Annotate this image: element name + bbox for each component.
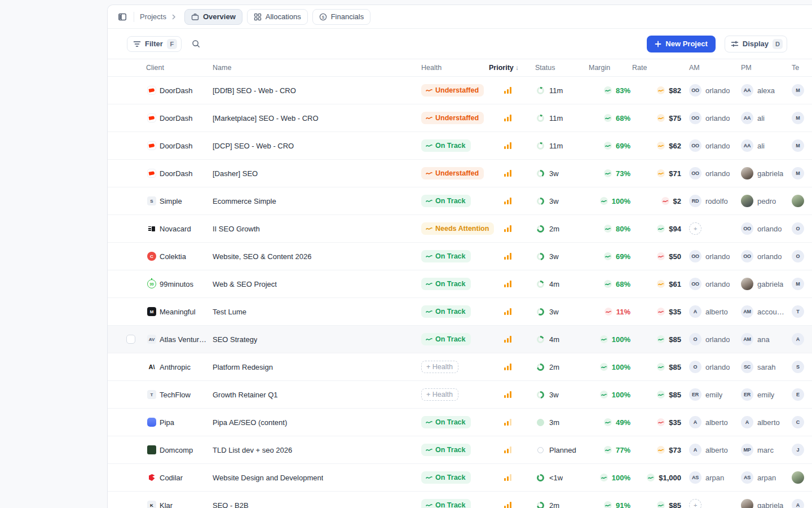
health-badge[interactable]: On Track [421,471,471,484]
pm-cell[interactable]: MP marc [735,444,787,456]
pm-cell[interactable]: SC sarah [735,361,787,373]
table-row[interactable]: C Colektia Website, SEO & Content 2026 O… [108,243,812,270]
te-cell[interactable] [787,195,812,207]
new-project-button[interactable]: New Project [647,36,715,52]
priority-bars-icon[interactable] [504,336,511,343]
pm-cell[interactable]: AM accoun… [735,305,787,318]
health-badge[interactable]: On Track [421,444,471,456]
display-button[interactable]: Display D [725,36,787,52]
pm-cell[interactable]: AA ali [735,112,787,124]
te-cell[interactable]: O [787,250,812,262]
table-row[interactable]: AV Atlas Ventur… SEO Strategy On Track 4… [108,326,812,353]
pm-cell[interactable]: gabriela [735,278,787,290]
priority-bars-icon[interactable] [504,142,511,149]
health-badge[interactable]: Understaffed [421,84,484,97]
am-cell[interactable]: RD rodolfo [681,195,735,207]
te-cell[interactable]: S [787,361,812,373]
am-cell[interactable]: OO orlando [681,112,735,124]
health-badge[interactable]: On Track [421,333,471,345]
health-badge[interactable]: Understaffed [421,112,484,124]
te-cell[interactable]: M [787,139,812,152]
am-cell[interactable]: A alberto [681,416,735,428]
am-cell[interactable]: OO orlando [681,167,735,179]
table-row[interactable]: T TechFlow Growth Retainer Q1 + Health 3… [108,381,812,409]
table-row[interactable]: DoorDash [DDfB] SEO - Web - CRO Understa… [108,77,812,104]
te-cell[interactable]: M [787,84,812,97]
table-row[interactable]: DoorDash [Marketplace] SEO - Web - CRO U… [108,104,812,132]
am-cell[interactable]: O orlando [681,333,735,345]
am-cell[interactable]: OO orlando [681,84,735,97]
column-header-te[interactable]: Te [787,64,812,72]
table-row[interactable]: Codilar Website Design and Development O… [108,464,812,492]
priority-bars-icon[interactable] [504,391,511,398]
health-badge[interactable]: On Track [421,305,471,318]
te-cell[interactable]: A [787,499,812,508]
sidebar-toggle-button[interactable] [114,9,130,25]
priority-bars-icon[interactable] [504,225,511,232]
table-row[interactable]: S Simple Ecommerce Simple On Track 3w [108,187,812,215]
pm-cell[interactable]: gabriela [735,499,787,508]
column-header-am[interactable]: AM [681,64,735,72]
table-row[interactable]: DoorDash [Dasher] SEO Understaffed 3w [108,160,812,187]
column-header-priority[interactable]: Priority ↓ [489,64,535,72]
am-cell[interactable]: + [681,499,735,508]
health-badge[interactable]: On Track [421,416,471,428]
am-cell[interactable]: AS arpan [681,471,735,484]
pm-cell[interactable]: AM ana [735,333,787,345]
pm-cell[interactable]: AA alexa [735,84,787,97]
tab-allocations[interactable]: Allocations [247,9,308,25]
table-row[interactable]: Domcomp TLD List dev + seo 2026 On Track… [108,436,812,464]
am-cell[interactable]: ER emily [681,388,735,401]
priority-bars-icon[interactable] [504,170,511,177]
priority-bars-icon[interactable] [504,419,511,426]
am-cell[interactable]: OO orlando [681,278,735,290]
column-header-status[interactable]: Status [535,64,587,72]
health-badge[interactable]: + Health [421,361,458,373]
column-header-rate[interactable]: Rate [630,64,681,72]
te-cell[interactable]: M [787,112,812,124]
health-badge[interactable]: Understaffed [421,167,484,179]
priority-bars-icon[interactable] [504,87,511,94]
pm-cell[interactable]: AA ali [735,139,787,152]
pm-cell[interactable]: AS arpan [735,471,787,484]
am-cell[interactable]: OO orlando [681,250,735,262]
te-cell[interactable]: J [787,444,812,456]
tab-financials[interactable]: $ Financials [312,9,371,25]
table-row[interactable]: Pipa Pipa AE/SEO (content) On Track 3m [108,409,812,436]
pm-cell[interactable]: ER emily [735,388,787,401]
te-cell[interactable]: C [787,416,812,428]
am-cell[interactable]: + [681,222,735,235]
pm-cell[interactable]: A alberto [735,416,787,428]
health-badge[interactable]: On Track [421,139,471,152]
priority-bars-icon[interactable] [504,115,511,121]
health-badge[interactable]: Needs Attention [421,222,494,235]
column-header-margin[interactable]: Margin [587,64,630,72]
health-badge[interactable]: On Track [421,195,471,207]
tab-overview[interactable]: Overview [184,9,242,25]
te-cell[interactable]: O [787,222,812,235]
am-cell[interactable]: OO orlando [681,139,735,152]
column-header-client[interactable]: Client [146,64,213,72]
pm-cell[interactable]: OO orlando [735,250,787,262]
health-badge[interactable]: On Track [421,250,471,262]
priority-bars-icon[interactable] [504,253,511,260]
table-row[interactable]: K Klar SEO - B2B On Track 2m 9 [108,492,812,508]
priority-bars-icon[interactable] [504,281,511,287]
priority-bars-icon[interactable] [504,308,511,315]
breadcrumb[interactable]: Projects [140,12,166,21]
health-badge[interactable]: + Health [421,388,458,401]
table-row[interactable]: M Meaningful Test Lume On Track 3w [108,298,812,326]
te-cell[interactable]: E [787,388,812,401]
te-cell[interactable]: M [787,278,812,290]
priority-bars-icon[interactable] [504,474,511,481]
priority-bars-icon[interactable] [504,198,511,204]
priority-bars-icon[interactable] [504,446,511,453]
am-cell[interactable]: O orlando [681,361,735,373]
table-row[interactable]: DoorDash [DCP] SEO - Web - CRO On Track … [108,132,812,160]
health-badge[interactable]: On Track [421,278,471,290]
te-cell[interactable]: M [787,167,812,179]
column-header-health[interactable]: Health [421,64,489,72]
table-row[interactable]: 99 99minutos Web & SEO Project On Track … [108,270,812,298]
row-checkbox[interactable] [126,335,135,344]
te-cell[interactable]: T [787,305,812,318]
